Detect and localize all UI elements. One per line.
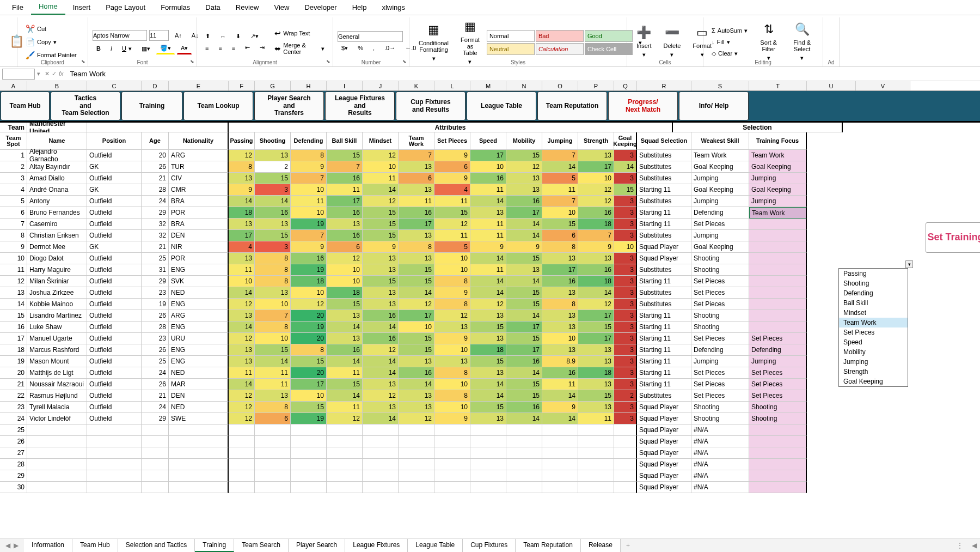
row-num[interactable]: 4 (0, 184, 27, 196)
attr-cell[interactable]: 8 (434, 367, 470, 379)
row-num[interactable]: 15 (0, 310, 27, 322)
training-focus[interactable]: Goal Keeping (749, 184, 807, 196)
player-pos[interactable]: Outfield (87, 299, 142, 310)
attr-cell[interactable]: 16 (327, 207, 363, 219)
nav-cup-fixtures[interactable]: Cup Fixtures and Results (396, 92, 465, 120)
attr-cell[interactable]: 9 (434, 333, 470, 344)
attr-cell[interactable]: 15 (506, 253, 542, 264)
hdr-jump[interactable]: Jumping (542, 132, 578, 150)
cell[interactable] (542, 424, 578, 436)
player-age[interactable]: 29 (142, 276, 169, 287)
attr-cell[interactable]: 15 (506, 150, 542, 161)
player-nat[interactable]: NED (169, 402, 229, 413)
attr-cell[interactable]: 15 (470, 356, 506, 367)
attr-cell[interactable]: 9 (578, 241, 614, 253)
attr-cell[interactable]: 8 (229, 161, 255, 173)
sheet-tab-cup-fixtures[interactable]: Cup Fixtures (463, 539, 516, 552)
player-age[interactable]: 24 (142, 402, 169, 413)
attr-cell[interactable]: 14 (399, 379, 434, 390)
cell[interactable] (327, 459, 363, 470)
attr-cell[interactable]: 12 (578, 196, 614, 207)
training-focus[interactable]: Shooting (749, 413, 807, 424)
attr-cell[interactable]: 9 (542, 402, 578, 413)
attr-cell[interactable]: 14 (470, 196, 506, 207)
player-age[interactable]: 19 (142, 299, 169, 310)
na-focus[interactable] (749, 470, 807, 482)
attr-cell[interactable]: 9 (470, 241, 506, 253)
attr-cell[interactable]: 3 (614, 276, 637, 287)
nav-tactics[interactable]: Tactics and Team Selection (51, 92, 120, 120)
attr-cell[interactable]: 13 (578, 344, 614, 356)
cell[interactable] (399, 470, 434, 482)
cell[interactable] (578, 482, 614, 493)
player-nat[interactable]: TUR (169, 161, 229, 173)
attr-cell[interactable]: 17 (399, 310, 434, 322)
player-nat[interactable]: SWE (169, 413, 229, 424)
cell[interactable] (27, 470, 87, 482)
attr-cell[interactable]: 11 (327, 402, 363, 413)
sheet-tab-team-reputation[interactable]: Team Reputation (516, 539, 581, 552)
attr-cell[interactable]: 15 (399, 333, 434, 344)
attr-cell[interactable]: 3 (614, 230, 637, 241)
attr-cell[interactable]: 14 (363, 184, 399, 196)
cell[interactable] (578, 436, 614, 447)
player-pos[interactable]: Outfield (87, 253, 142, 264)
player-name[interactable]: Alejandro Garnacho (27, 150, 87, 161)
cell[interactable] (614, 482, 637, 493)
cell[interactable] (229, 447, 255, 459)
attr-cell[interactable]: 9 (434, 413, 470, 424)
attr-cell[interactable]: 15 (578, 390, 614, 402)
accept-formula-icon[interactable]: ✓ (52, 70, 57, 77)
attr-cell[interactable]: 11 (255, 379, 291, 390)
cell[interactable] (614, 424, 637, 436)
attr-cell[interactable]: 14 (327, 322, 363, 333)
attr-cell[interactable]: 13 (229, 356, 255, 367)
training-focus[interactable]: Set Pieces (749, 333, 807, 344)
attr-cell[interactable]: 15 (470, 402, 506, 413)
player-name[interactable]: Manuel Ugarte (27, 333, 87, 344)
attr-cell[interactable]: 16 (399, 207, 434, 219)
attr-cell[interactable]: 14 (470, 276, 506, 287)
ribbon-tab-xlwings[interactable]: xlwings (374, 0, 413, 15)
attr-cell[interactable]: 15 (542, 219, 578, 230)
hdr-shooting[interactable]: Shooting (255, 132, 291, 150)
row-num[interactable]: 30 (0, 482, 27, 493)
attr-cell[interactable]: 13 (363, 253, 399, 264)
cell[interactable] (506, 459, 542, 470)
attr-cell[interactable]: 13 (578, 150, 614, 161)
wrap-text-button[interactable]: ↩Wrap Text (271, 27, 328, 39)
cell[interactable] (614, 459, 637, 470)
cell[interactable] (363, 482, 399, 493)
na-focus[interactable] (749, 447, 807, 459)
attr-cell[interactable]: 3 (255, 184, 291, 196)
squad-sel[interactable]: Starting 11 (637, 207, 691, 219)
na-squad[interactable]: Squad Player (637, 470, 691, 482)
attr-cell[interactable]: 13 (578, 402, 614, 413)
attr-cell[interactable]: 10 (255, 333, 291, 344)
attr-cell[interactable]: 15 (434, 207, 470, 219)
weakest-skill[interactable]: Jumping (691, 173, 749, 184)
training-focus[interactable] (749, 287, 807, 299)
cell[interactable] (327, 447, 363, 459)
weakest-skill[interactable]: Jumping (691, 196, 749, 207)
attr-cell[interactable]: 13 (399, 253, 434, 264)
row-num[interactable]: 9 (0, 241, 27, 253)
cell[interactable] (255, 482, 291, 493)
attr-cell[interactable]: 5 (542, 173, 578, 184)
attr-cell[interactable]: 15 (578, 322, 614, 333)
na-weak[interactable]: #N/A (691, 470, 749, 482)
attr-cell[interactable]: 6 (327, 241, 363, 253)
weakest-skill[interactable]: Set Pieces (691, 276, 749, 287)
attr-cell[interactable]: 15 (506, 299, 542, 310)
attr-cell[interactable]: 12 (506, 161, 542, 173)
hdr-age[interactable]: Age (142, 132, 169, 150)
merge-center-button[interactable]: ⬌Merge & Center▾ (271, 40, 328, 57)
attr-cell[interactable]: 12 (229, 333, 255, 344)
increase-font-button[interactable]: A↑ (171, 31, 186, 40)
orientation-button[interactable]: ↗▾ (247, 31, 262, 41)
cell[interactable] (434, 436, 470, 447)
cell[interactable] (399, 482, 434, 493)
attr-cell[interactable]: 6 (434, 161, 470, 173)
attr-cell[interactable]: 13 (327, 310, 363, 322)
hdr-mindset[interactable]: Mindset (363, 132, 399, 150)
